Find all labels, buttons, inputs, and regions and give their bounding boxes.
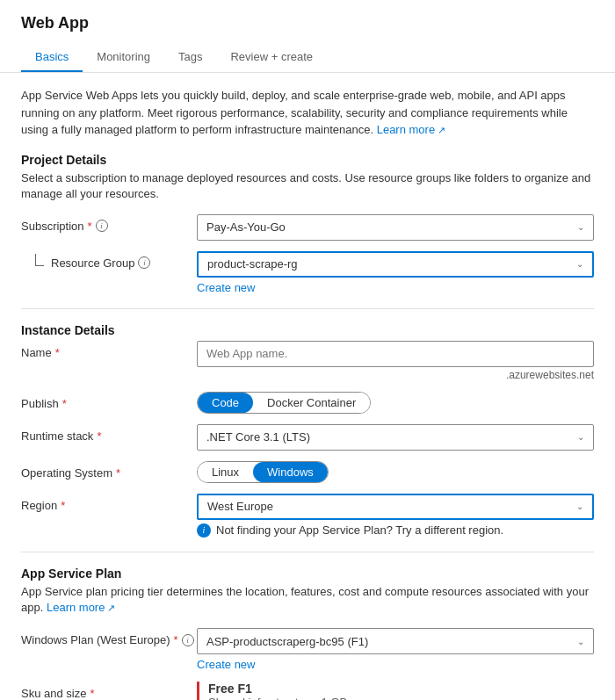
region-dropdown-arrow: ⌄ xyxy=(576,502,583,511)
resource-group-control: product-scrape-rg ⌄ Create new xyxy=(197,251,594,294)
subscription-control: Pay-As-You-Go ⌄ xyxy=(197,214,594,241)
tab-tags[interactable]: Tags xyxy=(164,43,216,72)
azure-suffix: .azurewebsites.net xyxy=(197,369,594,381)
sku-desc: Shared infrastructure, 1 GB memory xyxy=(208,696,594,700)
subscription-info-icon[interactable]: i xyxy=(96,220,108,232)
name-input[interactable] xyxy=(197,341,594,367)
project-details-desc: Select a subscription to manage deployed… xyxy=(21,170,594,202)
app-service-plan-title: App Service Plan xyxy=(21,566,594,581)
resource-group-dropdown-arrow: ⌄ xyxy=(576,259,583,269)
os-linux-btn[interactable]: Linux xyxy=(198,462,253,482)
region-info-text: Not finding your App Service Plan? Try a… xyxy=(216,523,503,537)
windows-plan-create-new[interactable]: Create new xyxy=(197,658,255,671)
windows-plan-dropdown-arrow: ⌄ xyxy=(577,637,584,646)
sku-control: Free F1 Shared infrastructure, 1 GB memo… xyxy=(197,682,594,700)
sku-box: Free F1 Shared infrastructure, 1 GB memo… xyxy=(197,682,594,700)
project-details-title: Project Details xyxy=(21,153,594,167)
publish-control: Code Docker Container xyxy=(197,392,594,414)
name-required: * xyxy=(55,346,60,359)
instance-details-title: Instance Details xyxy=(21,323,594,337)
name-label: Name * xyxy=(21,341,197,359)
runtime-stack-control: .NET Core 3.1 (LTS) ⌄ xyxy=(197,424,594,451)
os-row: Operating System * Linux Windows xyxy=(21,461,594,483)
region-value: West Europe xyxy=(207,500,273,513)
windows-plan-info-icon[interactable]: i xyxy=(182,634,194,646)
region-required: * xyxy=(61,499,65,512)
app-service-plan-desc: App Service plan pricing tier determines… xyxy=(21,584,594,616)
app-description: App Service Web Apps lets you quickly bu… xyxy=(21,87,594,139)
runtime-stack-value: .NET Core 3.1 (LTS) xyxy=(206,430,310,444)
region-control: West Europe ⌄ i Not finding your App Ser… xyxy=(197,494,594,538)
region-row: Region * West Europe ⌄ i Not finding you… xyxy=(21,494,594,538)
app-service-learn-more-link[interactable]: Learn more xyxy=(47,601,116,614)
windows-plan-row: Windows Plan (West Europe) * i ASP-produ… xyxy=(21,628,594,671)
resource-group-label-wrapper: Resource Group i xyxy=(21,251,197,270)
windows-plan-required: * xyxy=(174,633,178,646)
learn-more-link[interactable]: Learn more xyxy=(377,123,446,136)
sku-required: * xyxy=(90,687,94,700)
os-required: * xyxy=(116,466,120,480)
subscription-value: Pay-As-You-Go xyxy=(206,220,286,234)
publish-docker-btn[interactable]: Docker Container xyxy=(253,393,370,413)
tab-bar: Basics Monitoring Tags Review + create xyxy=(21,43,594,72)
windows-plan-label: Windows Plan (West Europe) * i xyxy=(21,628,197,646)
runtime-stack-dropdown[interactable]: .NET Core 3.1 (LTS) ⌄ xyxy=(197,424,594,451)
name-row: Name * .azurewebsites.net xyxy=(21,341,594,381)
resource-group-dropdown[interactable]: product-scrape-rg ⌄ xyxy=(197,251,594,278)
runtime-stack-arrow: ⌄ xyxy=(577,432,584,442)
subscription-required: * xyxy=(88,220,92,233)
tab-monitoring[interactable]: Monitoring xyxy=(83,43,164,72)
resource-group-label: Resource Group i xyxy=(21,256,150,270)
runtime-stack-row: Runtime stack * .NET Core 3.1 (LTS) ⌄ xyxy=(21,424,594,451)
publish-label: Publish * xyxy=(21,392,197,410)
subscription-dropdown-arrow: ⌄ xyxy=(577,222,584,232)
publish-required: * xyxy=(62,397,67,410)
windows-plan-dropdown[interactable]: ASP-productscraperg-bc95 (F1) ⌄ xyxy=(197,628,594,654)
resource-group-create-new[interactable]: Create new xyxy=(197,281,255,294)
resource-group-value: product-scrape-rg xyxy=(207,257,298,271)
publish-code-btn[interactable]: Code xyxy=(198,393,253,413)
runtime-stack-required: * xyxy=(97,429,101,443)
region-label: Region * xyxy=(21,494,197,512)
publish-row: Publish * Code Docker Container xyxy=(21,392,594,414)
sku-title: Free F1 xyxy=(208,682,594,696)
windows-plan-control: ASP-productscraperg-bc95 (F1) ⌄ Create n… xyxy=(197,628,594,671)
os-toggle-group: Linux Windows xyxy=(197,461,329,483)
windows-plan-value: ASP-productscraperg-bc95 (F1) xyxy=(206,635,368,648)
os-windows-btn[interactable]: Windows xyxy=(253,462,328,482)
subscription-dropdown[interactable]: Pay-As-You-Go ⌄ xyxy=(197,214,594,241)
runtime-stack-label: Runtime stack * xyxy=(21,424,197,443)
subscription-row: Subscription * i Pay-As-You-Go ⌄ xyxy=(21,214,594,241)
resource-group-info-icon[interactable]: i xyxy=(138,256,150,269)
resource-group-row: Resource Group i product-scrape-rg ⌄ Cre… xyxy=(21,251,594,294)
sku-row: Sku and size * Free F1 Shared infrastruc… xyxy=(21,682,594,700)
region-info-circle-icon: i xyxy=(197,523,211,538)
tab-review-create[interactable]: Review + create xyxy=(216,43,327,72)
region-dropdown[interactable]: West Europe ⌄ xyxy=(197,494,594,520)
page-title: Web App xyxy=(21,14,594,32)
tab-basics[interactable]: Basics xyxy=(21,43,83,72)
region-info-banner: i Not finding your App Service Plan? Try… xyxy=(197,523,594,538)
os-label: Operating System * xyxy=(21,461,197,480)
os-control: Linux Windows xyxy=(197,461,594,483)
corner-bracket-icon xyxy=(35,254,44,266)
subscription-label: Subscription * i xyxy=(21,214,197,233)
sku-label: Sku and size * xyxy=(21,682,197,700)
name-control: .azurewebsites.net xyxy=(197,341,594,381)
publish-toggle-group: Code Docker Container xyxy=(197,392,371,414)
